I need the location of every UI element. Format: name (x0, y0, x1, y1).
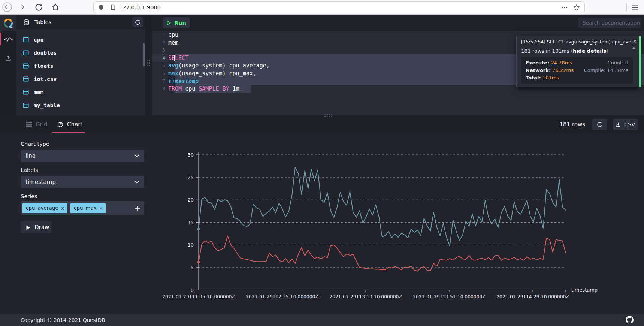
code-text: SELECT (168, 54, 188, 62)
series-line-cpu_max (199, 167, 566, 246)
notification-success-strip (639, 36, 641, 87)
tab-chart[interactable]: Chart (57, 115, 82, 133)
panel-resize-handle[interactable] (145, 15, 152, 115)
browser-home-button[interactable] (49, 1, 61, 13)
x-tick-label: 2021-01-29T12:35:10.000000Z (246, 294, 318, 299)
refresh-icon (597, 121, 603, 127)
table-icon (23, 89, 29, 95)
table-list: cpudoublesfloatsiot.csvmemmy_table (16, 29, 145, 112)
labels-select[interactable]: timestamp (21, 176, 144, 188)
code-token: (usage_system) cpu_max, (178, 70, 256, 77)
table-list-item[interactable]: iot.csv (16, 72, 145, 85)
tab-grid-label: Grid (36, 121, 47, 128)
timing-right-column: Count: 0 Compile: 14.38ms (584, 60, 628, 81)
line-number: 5 (152, 62, 168, 70)
y-tick-label: 10 (187, 242, 194, 248)
compile-value: Compile: 14.38ms (584, 67, 628, 74)
shield-icon[interactable] (98, 4, 104, 10)
sidebar-item-sql-editor[interactable]: </> (0, 31, 16, 47)
toolbar-divider (626, 3, 627, 12)
execute-label: Execute: (526, 60, 549, 66)
remove-series-icon[interactable]: x (61, 205, 64, 211)
tables-scrollbar[interactable] (143, 43, 145, 66)
splitter-handle[interactable] (324, 114, 333, 117)
table-list-item[interactable]: floats (16, 59, 145, 72)
code-token: SAMPLE BY (199, 85, 229, 92)
x-axis-title: timestamp (571, 287, 598, 293)
code-text: mem (168, 39, 178, 47)
sidebar-item-import[interactable] (0, 50, 16, 66)
table-list-item[interactable]: mem (16, 85, 145, 99)
query-timing-details: Execute: 24.78ms Network: 76.22ms Total:… (521, 57, 633, 84)
search-documentation-input[interactable]: Search documentation (578, 18, 641, 28)
hide-details-link[interactable]: hide details (573, 48, 606, 54)
chevron-down-icon (134, 181, 139, 184)
tables-panel-header: Tables (16, 15, 145, 29)
code-editor-icon: </> (4, 36, 12, 42)
paren-close: ) (607, 48, 608, 54)
table-list-item[interactable]: my_table (16, 99, 145, 112)
active-tab-underline (52, 132, 85, 133)
line-number: 6 (152, 70, 168, 78)
series-label: Series (21, 193, 37, 199)
y-tick-label: 15 (187, 220, 194, 225)
code-text: max(usage_system) cpu_max, (168, 70, 256, 78)
hamburger-menu-icon[interactable] (631, 4, 639, 11)
play-outline-icon (166, 20, 171, 25)
results-section: Grid Chart 181 rows (0, 115, 644, 314)
page-actions-icon[interactable] (561, 4, 568, 11)
table-list-item[interactable]: cpu (16, 33, 145, 46)
close-notification-button[interactable]: ✕ (633, 39, 637, 44)
table-list-item[interactable]: doubles (16, 46, 145, 59)
browser-reload-button[interactable] (33, 1, 45, 13)
line-number: 4 (152, 54, 168, 62)
code-text: avg(usage_system) cpu_average, (168, 62, 270, 70)
table-icon (23, 37, 29, 43)
tab-grid[interactable]: Grid (26, 115, 47, 133)
pin-notification-icon[interactable] (632, 45, 637, 51)
github-icon[interactable] (626, 316, 634, 324)
series-chip[interactable]: cpu_maxx (70, 203, 106, 213)
browser-forward-button[interactable] (15, 1, 27, 13)
refresh-icon (135, 19, 140, 25)
footer: Copyright © 2014-2021 QuestDB (0, 314, 644, 326)
browser-back-button[interactable] (1, 1, 13, 13)
forward-arrow-icon (17, 3, 26, 12)
page-icon[interactable] (110, 4, 116, 10)
series-chip[interactable]: cpu_averagex (22, 203, 67, 213)
url-text[interactable]: 127.0.0.1:9000 (119, 4, 161, 10)
search-documentation-placeholder: Search documentation (583, 20, 640, 26)
refresh-tables-button[interactable] (132, 17, 143, 27)
tab-chart-label: Chart (67, 121, 82, 128)
active-indicator (0, 33, 1, 45)
remove-series-icon[interactable]: x (100, 205, 102, 211)
y-tick-label: 30 (187, 152, 194, 158)
run-query-button[interactable]: Run (163, 17, 190, 28)
series-select-box[interactable]: cpu_averagexcpu_maxx+ (21, 201, 144, 215)
y-tick-label: 0 (191, 287, 194, 293)
chart-type-select[interactable]: line (21, 150, 144, 162)
questdb-logo[interactable] (0, 15, 16, 31)
database-icon (23, 19, 30, 25)
draw-chart-button[interactable]: Draw (21, 221, 51, 233)
questdb-logo-icon (3, 18, 14, 29)
add-series-button[interactable]: + (134, 205, 140, 212)
download-csv-button[interactable]: CSV (613, 119, 638, 130)
code-token: (usage_system) cpu_average, (178, 62, 270, 69)
bookmark-star-icon[interactable] (573, 4, 580, 11)
pie-chart-icon (57, 121, 63, 127)
code-text: FROM cpu SAMPLE BY 1m; (168, 85, 243, 93)
refresh-results-button[interactable] (592, 119, 607, 130)
reload-icon (35, 3, 43, 11)
x-tick-label: 2021-01-29T11:35:10.000000Z (162, 294, 235, 299)
series-chip-name: cpu_max (74, 205, 97, 211)
questdb-console-screen: 127.0.0.1:9000 (0, 0, 644, 326)
text-cursor (174, 55, 175, 61)
browser-toolbar: 127.0.0.1:9000 (0, 0, 644, 15)
url-bar[interactable]: 127.0.0.1:9000 (94, 2, 584, 13)
x-tick-label: 2021-01-29T13:13:10.000000Z (329, 294, 402, 299)
labels-value: timestamp (25, 179, 134, 185)
urlbar-divider (107, 4, 107, 10)
table-name: floats (34, 63, 53, 69)
results-toolbar-right: 181 rows CSV (560, 115, 638, 133)
